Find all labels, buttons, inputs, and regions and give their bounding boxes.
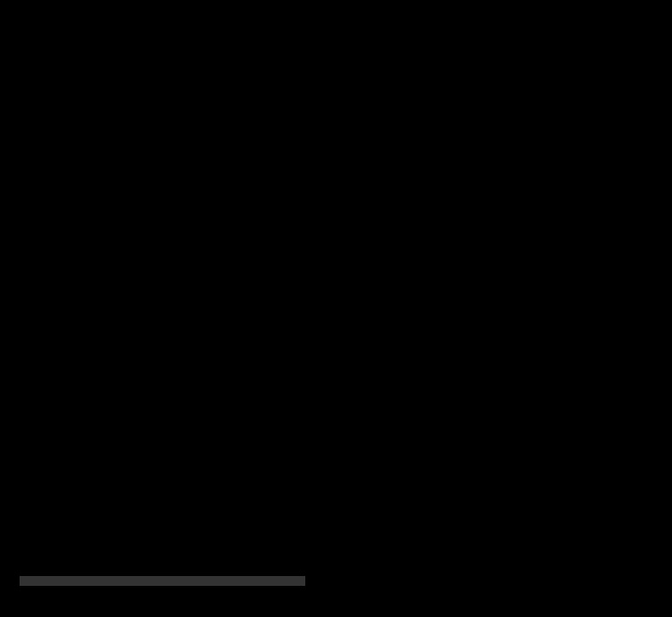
y-axis-title bbox=[33, 169, 45, 271]
colorbar-gradient bbox=[20, 576, 305, 586]
xray-analysis-window bbox=[0, 0, 672, 617]
spectrogram-canvas bbox=[46, 29, 401, 485]
spectrogram-plot-area bbox=[46, 29, 401, 485]
